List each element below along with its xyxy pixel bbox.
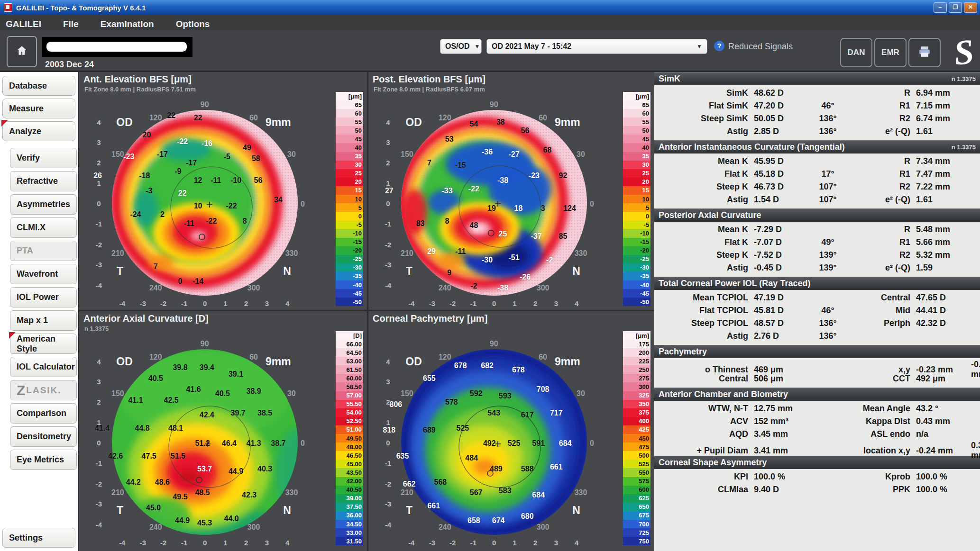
axis-y-tick: 2	[386, 159, 390, 167]
print-button[interactable]	[908, 38, 941, 67]
map-annotation: -37	[531, 232, 541, 241]
map-annotation: -22	[468, 185, 479, 193]
dan-button[interactable]: DAN	[840, 38, 872, 67]
map-annotation: 568	[434, 478, 447, 487]
map-panel-anterior-axial-curvature-d: Anterior Axial Curvature [D]n 1.3375 OD9…	[79, 311, 367, 551]
map-panel-ant-elevation-bfs-m: Ant. Elevation BFS [μm]Fit Zone 8.0 mm |…	[79, 72, 367, 310]
measurement-value: n/a	[916, 429, 969, 439]
scale-cell: 0	[623, 212, 650, 220]
emr-button[interactable]: EMR	[874, 38, 907, 67]
sidebar-item-densitometry[interactable]: Densitometry	[10, 426, 77, 447]
measurement-value: 0.43 mm	[916, 416, 969, 426]
measurement-label: CLMIaa	[654, 485, 754, 495]
section-title: Posterior Axial Curvature	[659, 210, 761, 220]
sidebar-item-label: Database	[9, 81, 47, 91]
scale-cell: 750	[623, 537, 650, 545]
chevron-down-icon: ▼	[470, 43, 480, 50]
scale-cell: -50	[623, 298, 650, 306]
axis-y-tick: -4	[385, 281, 391, 289]
axis-x-tick: -4	[408, 299, 414, 307]
axis-x-tick: -4	[119, 538, 125, 546]
sidebar-item-refractive[interactable]: Refractive	[10, 171, 77, 191]
measurement-value: 136°	[807, 331, 849, 341]
measurement-label: x,y	[849, 365, 916, 375]
eye-selector[interactable]: OS/OD ▼	[440, 39, 482, 54]
map-annotation: 40.5	[215, 389, 230, 398]
map-annotation: 38.9	[247, 387, 261, 396]
map-annotation: 29	[427, 247, 436, 256]
sidebar-item-american-style[interactable]: American Style	[10, 334, 77, 354]
eye-label: OD	[405, 355, 422, 368]
angle-tick: 150	[401, 150, 413, 159]
sidebar-item-measure[interactable]: Measure	[2, 99, 75, 118]
axis-y-tick: 3	[97, 378, 101, 386]
zlasik-logo: Z	[17, 382, 25, 398]
sidebar-item-iol-calculator[interactable]: IOL Calculator	[10, 357, 77, 377]
temporal-label: T	[117, 504, 123, 516]
measurement-value: 0.36 mm	[969, 441, 980, 461]
scale-cell: 60	[623, 109, 650, 117]
sidebar-item-clmi-x[interactable]: CLMI.X	[10, 217, 77, 238]
sidebar-item-iol-power[interactable]: IOL Power	[10, 287, 77, 307]
measurement-value: 48.57 D	[754, 318, 807, 328]
scale-cell: 34.50	[336, 520, 363, 528]
angle-tick: 240	[439, 523, 451, 532]
close-button[interactable]: ✕	[964, 2, 977, 13]
scale-cell: 40	[623, 143, 650, 152]
axis-y-tick: 1	[386, 179, 390, 187]
sidebar-item-wavefront[interactable]: Wavefront	[10, 264, 77, 284]
map-annotation: 18	[514, 204, 522, 213]
menu-item-galilei[interactable]: GALILEI	[6, 19, 41, 29]
sidebar-item-pta: PTA	[10, 241, 77, 261]
measurement-value: 5.32 mm	[916, 250, 969, 260]
sidebar-item-comparison[interactable]: Comparison	[10, 403, 77, 424]
map-annotation: -22	[177, 137, 188, 146]
angle-tick: 0	[301, 439, 305, 448]
reduced-signals-label: Reduced Signals	[728, 42, 793, 52]
map-annotation: 68	[543, 146, 552, 154]
sidebar-item-analyze[interactable]: Analyze	[2, 121, 75, 141]
angle-tick: 150	[111, 150, 124, 159]
sidebar-item-eye-metrics[interactable]: Eye Metrics	[10, 450, 77, 470]
temporal-label: T	[406, 264, 412, 277]
scale-cell: 55.50	[336, 400, 363, 408]
axis-y-tick: -2	[96, 479, 102, 488]
menu-bar: GALILEIFileExaminationOptions	[0, 15, 980, 33]
sidebar-item-asymmetries[interactable]: Asymmetries	[10, 194, 77, 215]
map-annotation: -2	[546, 256, 553, 264]
measurement-value: 469 μm	[754, 365, 807, 375]
exam-selector[interactable]: OD 2021 May 7 - 15:42 ▼	[486, 39, 707, 54]
sidebar-item-map-x-1[interactable]: Map x 1	[10, 310, 77, 331]
measurement-value: 48.62 D	[754, 88, 807, 98]
help-icon[interactable]: ?	[714, 41, 724, 51]
map-annotation: 655	[423, 374, 436, 383]
scale-cell: -5	[336, 220, 363, 229]
angle-tick: 240	[149, 523, 162, 532]
menu-item-options[interactable]: Options	[176, 19, 210, 29]
map-annotation: 20	[143, 131, 151, 139]
scale-cell: -15	[623, 238, 650, 246]
scale-cell: 675	[623, 511, 650, 520]
scale-cell: 500	[623, 451, 650, 460]
sidebar-item-verify[interactable]: Verify	[10, 148, 77, 168]
map-annotation: 41.6	[186, 385, 201, 394]
axis-x-tick: -4	[408, 538, 414, 546]
axis-x-tick: 4	[575, 538, 578, 546]
axis-x-tick: -1	[181, 538, 187, 546]
map-annotation: 492	[483, 439, 496, 448]
measurement-label: Mean Angle	[849, 404, 916, 414]
map-annotation: 38	[496, 118, 505, 126]
measurement-value: 42.32 D	[916, 318, 969, 328]
home-button[interactable]	[7, 36, 37, 67]
map-overlay: OD9mmTN43210-1-2-3-4-4-3-2-1012349012060…	[380, 92, 603, 307]
maximize-button[interactable]: ❐	[949, 2, 962, 13]
menu-item-examination[interactable]: Examination	[101, 19, 154, 29]
sidebar-item-database[interactable]: Database	[2, 76, 75, 96]
axis-y-tick: 4	[97, 118, 101, 126]
menu-item-file[interactable]: File	[63, 19, 79, 29]
sidebar-item-settings[interactable]: Settings	[2, 528, 75, 548]
measurement-value: 46°	[807, 306, 849, 316]
map-annotation: 42.5	[164, 396, 179, 405]
measurement-value: 12.75 mm	[754, 404, 807, 414]
minimize-button[interactable]: –	[934, 2, 947, 13]
